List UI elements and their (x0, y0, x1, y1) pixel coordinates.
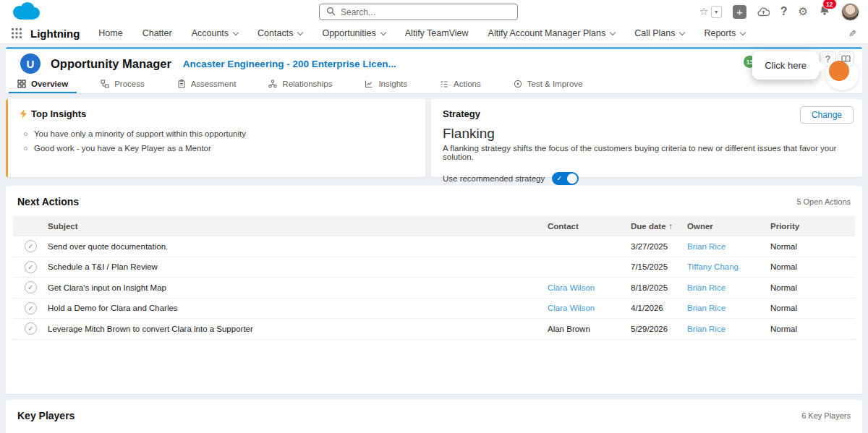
nav-item-contacts[interactable]: Contacts (258, 28, 302, 38)
tab-overview[interactable]: Overview (9, 75, 77, 93)
nav-item-accounts[interactable]: Accounts (192, 28, 238, 38)
nav-items: Home Chatter Accounts Contacts Opportuni… (98, 28, 745, 38)
column-header-due-date[interactable]: Due date↑ (631, 222, 687, 231)
action-subject[interactable]: Schedule a T&I / Plan Review (42, 262, 548, 271)
add-button[interactable]: + (733, 5, 746, 19)
action-priority: Normal (770, 283, 855, 292)
insights-chart-icon (365, 80, 373, 88)
chevron-down-icon (740, 29, 746, 35)
global-search[interactable] (319, 4, 518, 20)
action-owner-link[interactable]: Brian Rice (687, 242, 770, 251)
key-players-count: 6 Key Players (801, 411, 851, 420)
table-row[interactable]: ✓ Leverage Mitch Brown to convert Clara … (13, 319, 855, 340)
bullet-icon (24, 147, 27, 150)
sort-ascending-icon: ↑ (669, 222, 673, 231)
recommended-strategy-toggle[interactable]: ✓ (552, 172, 579, 185)
open-actions-count: 5 Open Actions (796, 197, 851, 206)
strategy-description: A flanking strategy shifts the focus of … (443, 144, 851, 161)
coachmark-orange-dot[interactable] (829, 61, 849, 81)
complete-action-checkbox[interactable]: ✓ (25, 322, 37, 335)
complete-action-checkbox[interactable]: ✓ (25, 261, 37, 273)
toggle-label: Use recommended strategy (443, 174, 545, 183)
search-icon (326, 6, 336, 19)
tab-relationships[interactable]: Relationships (260, 75, 341, 93)
action-due-date: 3/27/2025 (631, 242, 687, 251)
action-owner-link[interactable]: Brian Rice (687, 304, 770, 312)
action-contact-link[interactable]: Clara Wilson (548, 304, 631, 312)
top-insights-panel: Top Insights You have only a minority of… (6, 99, 425, 177)
column-header-contact[interactable]: Contact (548, 222, 631, 231)
action-priority: Normal (770, 325, 855, 333)
favorites-dropdown-button[interactable]: ▼ (711, 6, 722, 18)
tooltip-text: Click here (765, 60, 807, 71)
action-subject[interactable]: Leverage Mitch Brown to convert Clara in… (42, 325, 548, 333)
bullet-icon (24, 132, 27, 136)
action-contact-link[interactable]: Clara Wilson (548, 283, 631, 292)
complete-action-checkbox[interactable]: ✓ (25, 302, 37, 314)
table-row[interactable]: ✓ Get Clara's input on Insight Map Clara… (13, 278, 855, 299)
action-owner-link[interactable]: Tiffany Chang (687, 262, 770, 271)
guidance-center-icon[interactable] (757, 7, 770, 17)
nav-item-chatter[interactable]: Chatter (142, 28, 172, 38)
action-priority: Normal (770, 242, 855, 251)
nav-item-call-plans[interactable]: Call Plans (634, 28, 684, 38)
action-subject[interactable]: Hold a Demo for Clara and Charles (42, 304, 548, 312)
tab-insights[interactable]: Insights (356, 75, 416, 93)
coachmark-tooltip[interactable]: Click here (752, 51, 819, 80)
global-header: ☆ ▼ + ? ⚙ 12 (0, 0, 868, 23)
global-actions: ☆ ▼ + ? ⚙ 12 (699, 0, 859, 23)
next-actions-table-header: Subject Contact Due date↑ Owner Priority (13, 216, 855, 236)
edit-nav-pencil-icon[interactable]: ✎ (848, 28, 856, 39)
nav-item-home[interactable]: Home (98, 28, 122, 38)
nav-item-altify-account-manager-plans[interactable]: Altify Account Manager Plans (488, 28, 616, 38)
tab-assessment[interactable]: Assessment (169, 75, 245, 93)
change-strategy-button[interactable]: Change (800, 106, 854, 124)
salesforce-logo-icon[interactable] (10, 1, 42, 25)
process-icon (101, 80, 109, 88)
insight-item: You have only a minority of support with… (24, 129, 414, 138)
opportunity-record-link[interactable]: Ancaster Engineering - 200 Enterprise Li… (183, 59, 396, 69)
chevron-down-icon (233, 29, 239, 35)
top-insights-title: Top Insights (20, 108, 414, 119)
key-players-title: Key Players (17, 410, 75, 421)
overview-grid-icon (17, 80, 26, 88)
tab-process[interactable]: Process (92, 75, 153, 93)
app-name[interactable]: Lightning (30, 27, 80, 40)
opportunity-tabs: Overview Process Assessment Relation (6, 75, 862, 93)
action-due-date: 7/15/2025 (631, 262, 687, 271)
assessment-clipboard-icon (177, 80, 186, 88)
insight-item: Good work - you have a Key Player as a M… (24, 144, 414, 153)
action-due-date: 5/29/2026 (631, 325, 687, 333)
search-input[interactable] (341, 7, 511, 17)
table-row[interactable]: ✓ Send over quote documentation. 3/27/20… (13, 236, 855, 257)
nav-item-altify-teamview[interactable]: Altify TeamView (405, 28, 469, 38)
column-header-subject[interactable]: Subject (42, 222, 548, 231)
setup-gear-icon[interactable]: ⚙ (799, 5, 808, 18)
complete-action-checkbox[interactable]: ✓ (25, 281, 37, 293)
chevron-down-icon (380, 29, 386, 35)
favorites-star-icon[interactable]: ☆ (699, 7, 708, 17)
column-header-owner[interactable]: Owner (687, 222, 770, 231)
action-owner-link[interactable]: Brian Rice (687, 283, 770, 292)
action-due-date: 4/1/2026 (631, 304, 687, 312)
complete-action-checkbox[interactable]: ✓ (25, 240, 37, 252)
notifications-bell-icon[interactable]: 12 (819, 4, 830, 19)
action-subject[interactable]: Get Clara's input on Insight Map (42, 283, 548, 292)
help-icon[interactable]: ? (780, 5, 788, 18)
lightning-bolt-icon (20, 109, 27, 119)
tab-actions[interactable]: Actions (431, 75, 490, 93)
nav-item-reports[interactable]: Reports (704, 28, 745, 38)
action-owner-link[interactable]: Brian Rice (687, 325, 770, 333)
user-avatar[interactable] (841, 3, 859, 21)
tab-test-and-improve[interactable]: Test & Improve (505, 75, 592, 93)
app-launcher-icon[interactable] (12, 28, 22, 38)
action-subject[interactable]: Send over quote documentation. (42, 242, 548, 251)
opportunity-manager-header-card: U Opportunity Manager Ancaster Engineeri… (6, 47, 862, 93)
table-row[interactable]: ✓ Hold a Demo for Clara and Charles Clar… (13, 299, 855, 320)
action-priority: Normal (770, 262, 855, 271)
toggle-knob (567, 173, 577, 184)
column-header-priority[interactable]: Priority (770, 222, 855, 231)
strategy-name: Flanking (443, 126, 851, 142)
table-row[interactable]: ✓ Schedule a T&I / Plan Review 7/15/2025… (13, 257, 855, 278)
nav-item-opportunities[interactable]: Opportunities (322, 28, 385, 38)
